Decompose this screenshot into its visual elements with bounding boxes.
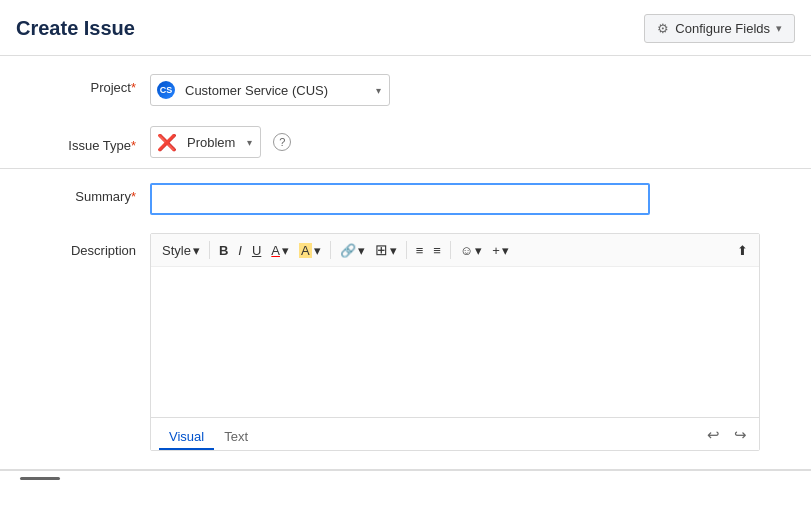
project-required: * (131, 80, 136, 95)
toolbar-link[interactable]: 🔗 ▾ (335, 240, 370, 261)
editor-container: Style ▾ B I U (150, 233, 760, 451)
summary-row: Summary* (0, 168, 811, 225)
dialog-title: Create Issue (16, 17, 135, 40)
project-row: Project* CS Customer Service (CUS) ▾ (0, 64, 811, 116)
issue-type-field: ❌ Problem ▾ ? (150, 126, 791, 158)
emoji-chevron: ▾ (475, 243, 482, 258)
project-icon: CS (157, 81, 175, 99)
summary-input[interactable] (150, 183, 650, 215)
editor-body[interactable] (151, 267, 759, 417)
ol-icon: ≡ (433, 243, 441, 258)
toolbar-ordered-list[interactable]: ≡ (428, 240, 446, 261)
undo-icon: ↩ (707, 426, 720, 443)
more-chevron: ▾ (502, 243, 509, 258)
issue-type-row: Issue Type* ❌ Problem ▾ ? (0, 116, 811, 168)
issue-type-required: * (131, 138, 136, 153)
toolbar-bold[interactable]: B (214, 240, 233, 261)
toolbar-underline[interactable]: U (247, 240, 266, 261)
chevron-down-icon: ▾ (776, 22, 782, 35)
toolbar-collapse[interactable]: ⬆ (732, 240, 753, 261)
project-label: Project* (20, 74, 150, 95)
link-chevron: ▾ (358, 243, 365, 258)
editor-tab-group: Visual Text (159, 425, 258, 450)
undo-button[interactable]: ↩ (703, 424, 724, 446)
collapse-icon: ⬆ (737, 243, 748, 258)
project-icon-wrap: CS (151, 81, 181, 99)
toolbar-unordered-list[interactable]: ≡ (411, 240, 429, 261)
toolbar-divider-4 (450, 241, 451, 259)
summary-field (150, 183, 791, 215)
bottom-line (20, 477, 60, 480)
form-content: Project* CS Customer Service (CUS) ▾ (0, 56, 811, 516)
description-field: Style ▾ B I U (150, 233, 791, 451)
editor-tabs: Visual Text ↩ (151, 417, 759, 450)
description-label: Description (20, 233, 150, 258)
help-icon[interactable]: ? (273, 133, 291, 151)
bg-color-chevron: ▾ (314, 243, 321, 258)
issue-type-arrow: ▾ (239, 137, 260, 148)
redo-icon: ↪ (734, 426, 747, 443)
tab-visual[interactable]: Visual (159, 425, 214, 450)
issue-type-select[interactable]: ❌ Problem ▾ (150, 126, 261, 158)
editor-toolbar: Style ▾ B I U (151, 234, 759, 267)
gear-icon: ⚙ (657, 21, 669, 36)
toolbar-style[interactable]: Style ▾ (157, 240, 205, 261)
editor-tab-actions: ↩ ↪ (703, 424, 751, 450)
toolbar-table[interactable]: ⊞ ▾ (370, 238, 402, 262)
more-icon: + (492, 243, 500, 258)
project-select-value: Customer Service (CUS) (181, 83, 368, 98)
project-select[interactable]: CS Customer Service (CUS) ▾ (150, 74, 390, 106)
configure-fields-label: Configure Fields (675, 21, 770, 36)
dialog-header: Create Issue ⚙ Configure Fields ▾ (0, 0, 811, 56)
style-chevron-icon: ▾ (193, 243, 200, 258)
emoji-icon: ☺ (460, 243, 473, 258)
font-color-chevron: ▾ (282, 243, 289, 258)
redo-button[interactable]: ↪ (730, 424, 751, 446)
table-icon: ⊞ (375, 241, 388, 259)
summary-label: Summary* (20, 183, 150, 204)
issue-type-icon-wrap: ❌ (151, 133, 183, 152)
ul-icon: ≡ (416, 243, 424, 258)
toolbar-font-color[interactable]: A ▾ (266, 240, 294, 261)
toolbar-divider-2 (330, 241, 331, 259)
issue-type-label: Issue Type* (20, 132, 150, 153)
error-icon: ❌ (157, 133, 177, 152)
project-field: CS Customer Service (CUS) ▾ (150, 74, 791, 106)
form-body: Project* CS Customer Service (CUS) ▾ (0, 56, 811, 469)
project-dropdown-arrow: ▾ (368, 85, 389, 96)
toolbar-more[interactable]: + ▾ (487, 240, 514, 261)
tab-text[interactable]: Text (214, 425, 258, 450)
bottom-bar (0, 469, 811, 486)
configure-fields-button[interactable]: ⚙ Configure Fields ▾ (644, 14, 795, 43)
toolbar-emoji[interactable]: ☺ ▾ (455, 240, 487, 261)
table-chevron: ▾ (390, 243, 397, 258)
page-container: Create Issue ⚙ Configure Fields ▾ Projec… (0, 0, 811, 516)
toolbar-italic[interactable]: I (233, 240, 247, 261)
toolbar-divider-3 (406, 241, 407, 259)
toolbar-divider-1 (209, 241, 210, 259)
summary-required: * (131, 189, 136, 204)
link-icon: 🔗 (340, 243, 356, 258)
description-row: Description Style ▾ B (0, 225, 811, 461)
issue-type-value: Problem (183, 135, 239, 150)
toolbar-bg-color[interactable]: A ▾ (294, 240, 326, 261)
